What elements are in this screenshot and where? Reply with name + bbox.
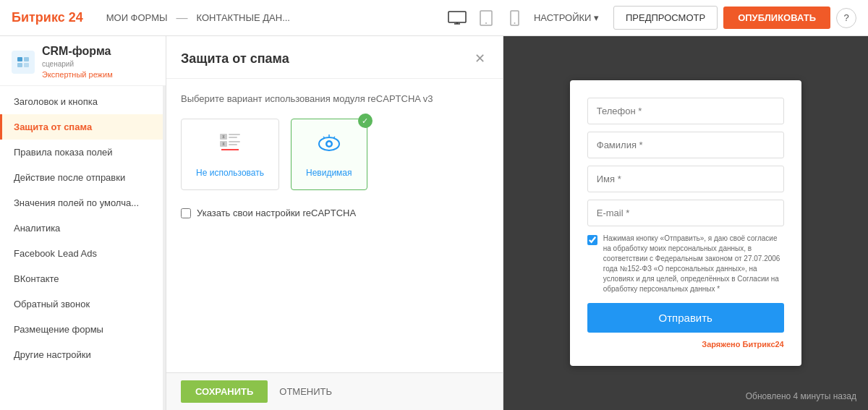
- submit-button[interactable]: Отправить: [587, 303, 784, 333]
- sidebar-nav: Заголовок и кнопкаЗащита от спамаПравила…: [0, 86, 166, 410]
- top-navigation: Битрикс 24 МОИ ФОРМЫ — КОНТАКТНЫЕ ДАН...: [0, 0, 868, 36]
- sidebar-item-vk[interactable]: ВКонтакте: [0, 266, 166, 291]
- nav-my-forms[interactable]: МОИ ФОРМЫ: [101, 9, 174, 26]
- left-panel: CRM-форма сценарий Экспертный режим Заго…: [0, 36, 166, 410]
- svg-rect-7: [17, 57, 22, 61]
- modal-header: Защита от спама ✕: [166, 36, 503, 79]
- save-button[interactable]: СОХРАНИТЬ: [181, 380, 268, 403]
- updated-text: Обновлено 4 минуты назад: [746, 391, 856, 401]
- sidebar-item-analytics[interactable]: Аналитика: [0, 215, 166, 241]
- sidebar-item-spam[interactable]: Защита от спама: [0, 114, 166, 140]
- svg-rect-16: [229, 137, 237, 138]
- desktop-icon[interactable]: [447, 11, 467, 25]
- sidebar-item-header[interactable]: Заголовок и кнопка: [0, 89, 166, 114]
- main-layout: CRM-форма сценарий Экспертный режим Заго…: [0, 36, 868, 410]
- sidebar-item-defaults[interactable]: Значения полей по умолча...: [0, 190, 166, 215]
- recaptcha-no-use[interactable]: Не использовать: [181, 119, 279, 190]
- svg-rect-13: [229, 141, 240, 142]
- powered-by: Заряжено Битрикс24: [587, 340, 784, 349]
- selected-check: ✓: [358, 114, 373, 128]
- svg-point-24: [327, 142, 331, 146]
- invisible-recaptcha-icon: [306, 131, 352, 162]
- recaptcha-invisible[interactable]: ✓ Невидимая: [291, 119, 367, 190]
- email-field: [587, 200, 784, 226]
- sidebar-item-show_rules[interactable]: Правила показа полей: [0, 140, 166, 165]
- cancel-button[interactable]: ОТМЕНИТЬ: [276, 380, 335, 403]
- scenario-link[interactable]: Экспертный режим: [42, 70, 113, 79]
- modal-title: Защита от спама: [181, 51, 289, 67]
- phone-field: [587, 98, 784, 124]
- sidebar-item-other[interactable]: Другие настройки: [0, 342, 166, 367]
- consent-text: Нажимая кнопку «Отправить», я даю своё с…: [603, 234, 784, 294]
- device-icons: [447, 11, 525, 25]
- surname-field: [587, 132, 784, 158]
- nav-separator: —: [176, 12, 187, 25]
- custom-settings-checkbox[interactable]: [181, 208, 191, 218]
- svg-rect-8: [24, 57, 29, 61]
- sidebar-item-after_submit[interactable]: Действие после отправки: [0, 165, 166, 190]
- phone-input[interactable]: [587, 98, 784, 124]
- consent-checkbox[interactable]: [587, 235, 597, 245]
- svg-rect-0: [448, 12, 466, 22]
- preview-button[interactable]: ПРЕДПРОСМОТР: [613, 6, 718, 30]
- modal-footer: СОХРАНИТЬ ОТМЕНИТЬ: [166, 372, 503, 410]
- svg-point-6: [514, 22, 516, 24]
- top-right-actions: НАСТРОЙКИ ▾ ПРЕДПРОСМОТР ОПУБЛИКОВАТЬ ?: [525, 6, 856, 30]
- help-button[interactable]: ?: [836, 8, 856, 28]
- form-preview: Нажимая кнопку «Отправить», я даю своё с…: [570, 80, 801, 366]
- modal-body: Выберите вариант использования модуля re…: [166, 79, 503, 372]
- invisible-recaptcha-label: Невидимая: [306, 168, 352, 178]
- crm-header: CRM-форма сценарий Экспертный режим: [0, 36, 166, 86]
- consent-row: Нажимая кнопку «Отправить», я даю своё с…: [587, 234, 784, 294]
- mobile-icon[interactable]: [505, 11, 525, 25]
- crm-icon: [12, 51, 35, 74]
- svg-rect-15: [229, 134, 240, 135]
- email-input[interactable]: [587, 200, 784, 226]
- tablet-icon[interactable]: [476, 11, 496, 25]
- sidebar-item-callback[interactable]: Обратный звонок: [0, 291, 166, 317]
- sidebar-item-facebook[interactable]: Facebook Lead Ads: [0, 241, 166, 266]
- surname-input[interactable]: [587, 132, 784, 158]
- svg-rect-10: [24, 63, 29, 67]
- nav-contact-data[interactable]: КОНТАКТНЫЕ ДАН...: [190, 9, 296, 26]
- recaptcha-options: Не использовать ✓: [181, 119, 488, 190]
- custom-settings-row: Указать свои настройки reCAPTCHA: [181, 208, 488, 218]
- name-field: [587, 166, 784, 192]
- crm-title: CRM-форма: [42, 45, 113, 58]
- svg-rect-9: [17, 63, 22, 67]
- modal-subtitle: Выберите вариант использования модуля re…: [181, 93, 488, 104]
- publish-button[interactable]: ОПУБЛИКОВАТЬ: [723, 7, 830, 29]
- svg-point-4: [485, 22, 487, 24]
- name-input[interactable]: [587, 166, 784, 192]
- preview-panel: Нажимая кнопку «Отправить», я даю своё с…: [503, 36, 869, 410]
- custom-settings-label: Указать свои настройки reCAPTCHA: [197, 208, 356, 218]
- no-recaptcha-label: Не использовать: [196, 168, 264, 178]
- close-button[interactable]: ✕: [472, 48, 488, 69]
- settings-button[interactable]: НАСТРОЙКИ ▾: [525, 8, 608, 27]
- crm-title-block: CRM-форма сценарий Экспертный режим: [42, 45, 113, 80]
- svg-rect-14: [229, 144, 237, 145]
- logo: Битрикс 24: [12, 10, 83, 25]
- sidebar-item-placement[interactable]: Размещение формы: [0, 317, 166, 342]
- content-area: Защита от спама ✕ Выберите вариант испол…: [166, 36, 503, 410]
- no-recaptcha-icon: [196, 131, 264, 162]
- scenario-label: сценарий Экспертный режим: [42, 58, 113, 80]
- nav-links: МОИ ФОРМЫ — КОНТАКТНЫЕ ДАН...: [101, 9, 447, 26]
